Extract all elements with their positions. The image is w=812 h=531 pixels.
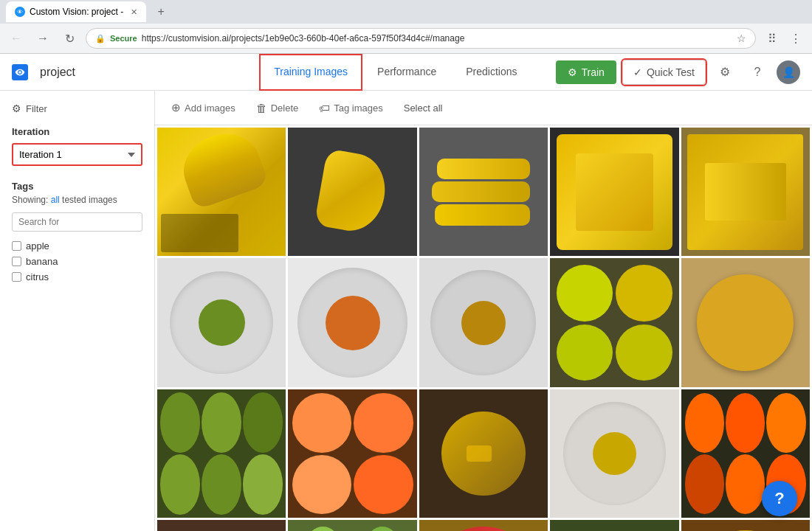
image-thumbnail (288, 389, 416, 518)
image-thumbnail (550, 520, 678, 531)
image-thumbnail (157, 389, 286, 518)
image-cell[interactable] (681, 258, 810, 386)
chrome-menu-button[interactable]: ⋮ (785, 28, 806, 49)
bookmark-icon[interactable]: ☆ (737, 32, 746, 44)
add-images-button[interactable]: ⊕ Add images (167, 98, 240, 117)
train-button[interactable]: ⚙ Train (556, 60, 616, 84)
refresh-button[interactable]: ↻ (59, 28, 80, 49)
image-grid (155, 125, 812, 531)
citrus-label: citrus (26, 271, 49, 282)
forward-button[interactable]: → (32, 28, 53, 49)
header-nav: Training Images Performance Predictions (259, 54, 531, 91)
question-icon: ? (754, 66, 761, 79)
filter-label: Filter (26, 103, 47, 114)
apple-label: apple (26, 240, 49, 251)
browser-chrome: 👁 Custom Vision: project - ✕ + ← → ↻ 🔒 S… (0, 0, 812, 54)
image-cell[interactable] (550, 128, 678, 256)
tags-label: Tags (12, 181, 142, 192)
add-images-icon: ⊕ (171, 101, 181, 114)
image-cell[interactable] (157, 128, 286, 256)
add-images-label: Add images (185, 103, 235, 114)
image-thumbnail (681, 128, 810, 256)
tab-favicon: 👁 (15, 7, 25, 17)
settings-button[interactable]: ⚙ (712, 59, 738, 86)
banana-checkbox[interactable] (12, 257, 21, 266)
tag-item-apple[interactable]: apple (12, 240, 142, 251)
image-thumbnail (419, 128, 548, 256)
train-icon: ⚙ (568, 66, 577, 78)
image-thumbnail (419, 258, 548, 386)
image-thumbnail (419, 389, 548, 518)
image-thumbnail (419, 520, 548, 531)
header-actions: ⚙ Train ✓ Quick Test ⚙ ? 👤 (556, 59, 801, 86)
image-cell[interactable] (288, 258, 416, 386)
tab-performance[interactable]: Performance (362, 54, 451, 91)
image-cell[interactable] (419, 258, 548, 386)
delete-label: Delete (271, 103, 299, 114)
filter-icon: ⚙ (12, 103, 21, 114)
image-thumbnail (550, 128, 678, 256)
image-cell[interactable] (157, 520, 286, 531)
image-thumbnail (157, 128, 286, 256)
tab-training-images[interactable]: Training Images (259, 54, 362, 91)
image-thumbnail (681, 520, 810, 531)
sidebar: ⚙ Filter Iteration Iteration 1 Tags Show… (0, 91, 155, 531)
select-all-button[interactable]: Select all (399, 100, 447, 117)
secure-label: Secure (110, 34, 137, 43)
address-bar[interactable]: 🔒 Secure https://customvision.ai/project… (86, 28, 756, 49)
app-header: project Training Images Performance Pred… (0, 54, 812, 91)
tab-close-btn[interactable]: ✕ (131, 7, 137, 17)
back-button[interactable]: ← (6, 28, 27, 49)
image-thumbnail (288, 128, 416, 256)
image-thumbnail (550, 389, 678, 518)
iteration-select[interactable]: Iteration 1 (12, 143, 142, 166)
avatar-icon: 👤 (782, 66, 795, 78)
image-cell[interactable] (550, 258, 678, 386)
delete-button[interactable]: 🗑 Delete (252, 99, 303, 117)
app-icon (12, 64, 28, 80)
image-cell[interactable] (419, 389, 548, 518)
user-avatar[interactable]: 👤 (777, 60, 800, 84)
showing-suffix: tested images (62, 195, 117, 205)
new-tab-button[interactable]: + (151, 1, 171, 22)
image-cell[interactable] (419, 128, 548, 256)
citrus-checkbox[interactable] (12, 272, 21, 282)
quick-test-button[interactable]: ✓ Quick Test (622, 60, 706, 85)
image-cell[interactable] (157, 258, 286, 386)
extensions-button[interactable]: ⠿ (762, 28, 782, 49)
banana-label: banana (26, 256, 58, 267)
tab-title: Custom Vision: project - (30, 7, 123, 17)
eye-icon (15, 67, 25, 77)
image-area[interactable]: ⊕ Add images 🗑 Delete 🏷 Tag images Selec… (155, 91, 812, 531)
browser-controls: ← → ↻ 🔒 Secure https://customvision.ai/p… (0, 24, 812, 53)
image-cell[interactable] (681, 520, 810, 531)
tag-item-citrus[interactable]: citrus (12, 271, 142, 282)
image-toolbar: ⊕ Add images 🗑 Delete 🏷 Tag images Selec… (155, 91, 812, 125)
image-thumbnail (157, 520, 286, 531)
browser-tab[interactable]: 👁 Custom Vision: project - ✕ (6, 1, 146, 22)
help-button[interactable]: ? (762, 481, 797, 516)
help-icon-button[interactable]: ? (744, 59, 771, 86)
settings-icon: ⚙ (720, 65, 730, 79)
tag-images-button[interactable]: 🏷 Tag images (314, 99, 387, 117)
showing-prefix: Showing: (12, 195, 48, 205)
image-cell[interactable] (288, 520, 416, 531)
filter-row[interactable]: ⚙ Filter (12, 103, 142, 114)
image-cell[interactable] (419, 520, 548, 531)
tab-predictions[interactable]: Predictions (451, 54, 531, 91)
quick-test-check-icon: ✓ (633, 66, 642, 78)
image-cell[interactable] (288, 389, 416, 518)
image-thumbnail (681, 258, 810, 386)
browser-toolbar-right: ⠿ ⋮ (762, 28, 806, 49)
image-thumbnail (288, 258, 416, 386)
image-cell[interactable] (681, 128, 810, 256)
apple-checkbox[interactable] (12, 241, 21, 251)
image-cell[interactable] (550, 389, 678, 518)
showing-all-link[interactable]: all (51, 195, 60, 205)
image-cell[interactable] (157, 389, 286, 518)
tag-images-icon: 🏷 (319, 102, 330, 114)
tag-item-banana[interactable]: banana (12, 256, 142, 267)
search-input[interactable] (12, 212, 142, 232)
image-cell[interactable] (288, 128, 416, 256)
image-cell[interactable] (550, 520, 678, 531)
